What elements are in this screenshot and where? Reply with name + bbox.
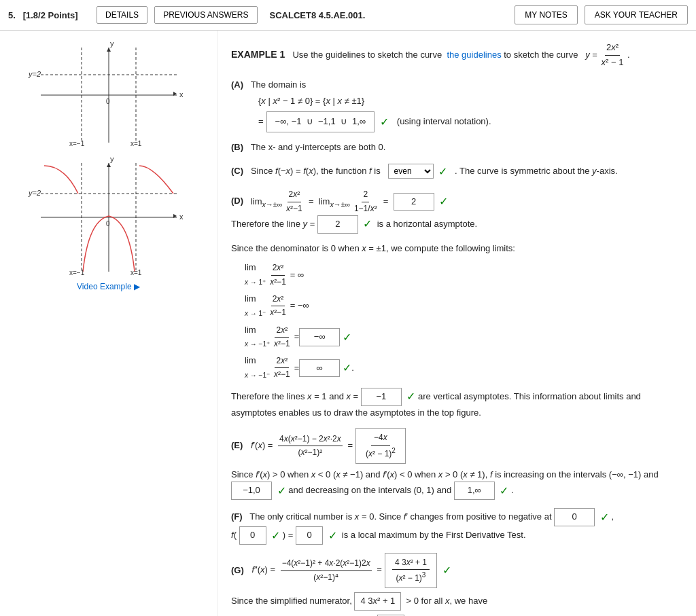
bottom-graph: y=2 x y x=−1 x=1 0 xyxy=(27,156,190,278)
left-panel: y=2 x y x=−1 x=1 0 xyxy=(0,31,218,616)
equals-sign: = xyxy=(258,115,264,129)
limit-3-box: −∞ xyxy=(299,328,340,346)
part-c-text-before: Since f(−x) = f(x), the function f is xyxy=(251,166,381,176)
vert-asymptote-section: Since the denominator is 0 when x = ±1, … xyxy=(231,242,682,420)
right-panel: EXAMPLE 1 Use the guidelines to sketch t… xyxy=(218,31,696,616)
main-content: y=2 x y x=−1 x=1 0 xyxy=(0,31,696,616)
check-f2: ✓ xyxy=(271,530,280,541)
svg-text:x=−1: x=−1 xyxy=(69,140,85,147)
fdprime-num: 4 3x² + 1 xyxy=(392,556,430,570)
limit-2-notation: limx → 1⁻ xyxy=(245,292,266,321)
f-equals: ) = xyxy=(283,530,296,540)
my-notes-button[interactable]: MY NOTES xyxy=(515,5,577,24)
fdprime-den: (x² − 1)3 xyxy=(394,570,429,585)
limits-section: limx → 1⁺ 2x² x²−1 = ∞ limx → 1⁻ 2x² x²−… xyxy=(245,261,682,382)
part-e-label: (E) xyxy=(231,439,243,453)
part-f: (F) The only critical number is x = 0. S… xyxy=(231,508,682,545)
limit-1-result: = ∞ xyxy=(290,268,304,283)
d-answer-box: 2 xyxy=(394,193,434,211)
part-b-text: The x- and y-intercepts are both 0. xyxy=(251,142,386,152)
svg-text:x: x xyxy=(179,90,184,98)
guidelines-link[interactable]: the guidelines xyxy=(447,50,501,60)
bottom-graph-svg: y=2 x y x=−1 x=1 0 xyxy=(27,156,190,278)
limit-line-3: limx → −1⁺ 2x² x²−1 = −∞ ✓ xyxy=(245,323,682,352)
example-intro: Use the guidelines to sketch the curve xyxy=(292,50,442,60)
svg-marker-19 xyxy=(107,163,111,167)
part-d-limit: limx→±∞ 2x² x²−1 = limx→±∞ 2 1−1/x² = xyxy=(251,196,394,206)
part-g: (G) f″(x) = −4(x²−1)² + 4x·2(x²−1)2x (x²… xyxy=(231,553,682,616)
part-e-text: Since f′(x) > 0 when x < 0 (x ≠ −1) and … xyxy=(231,468,682,501)
period: . xyxy=(351,361,354,376)
limit-line-1: limx → 1⁺ 2x² x²−1 = ∞ xyxy=(245,261,682,289)
part-e-line: (E) f′(x) = 4x(x²−1) − 2x²·2x (x²−1)² = … xyxy=(231,428,682,463)
prev-answers-button[interactable]: PREVIOUS ANSWERS xyxy=(154,6,257,24)
part-g-line: (G) f″(x) = −4(x²−1)² + 4x·2(x²−1)2x (x²… xyxy=(231,553,682,588)
even-odd-select[interactable]: even odd neither xyxy=(388,164,434,179)
increasing-box: −1,0 xyxy=(231,482,272,500)
part-a-text: The domain is xyxy=(251,79,307,90)
svg-text:y: y xyxy=(110,41,114,48)
f-value-box: 0 xyxy=(296,526,323,545)
x-answer-box: −1 xyxy=(361,388,402,406)
check-e2: ✓ xyxy=(500,485,508,496)
part-f-text: The only critical number is x = 0. Since… xyxy=(249,511,551,522)
vert-asymptote-conclusion: Therefore the lines x = 1 and x = −1 ✓ a… xyxy=(231,388,682,420)
limit-1-notation: limx → 1⁺ xyxy=(245,261,266,289)
notation-note: (using interval notation). xyxy=(397,115,491,129)
check-d2: ✓ xyxy=(363,218,372,230)
part-g-label: (G) xyxy=(231,564,244,578)
f-critical-box: 0 xyxy=(554,508,595,526)
top-graph: y=2 x y x=−1 x=1 0 xyxy=(27,41,190,149)
limit-4-notation: limx → −1⁻ xyxy=(245,354,270,382)
check-l3: ✓ xyxy=(343,329,351,346)
f-paren-label: f( xyxy=(231,530,237,540)
limit-4-equals: = xyxy=(294,361,300,376)
fdprime-result-box: 4 3x² + 1 (x² − 1)3 xyxy=(385,553,437,588)
part-a-label: (A) xyxy=(231,79,243,90)
vert-asymptote-intro: Since the denominator is 0 when x = ±1, … xyxy=(231,243,515,253)
check-d: ✓ xyxy=(439,196,448,207)
check-e1: ✓ xyxy=(277,485,286,496)
part-e: (E) f′(x) = 4x(x²−1) − 2x²·2x (x²−1)² = … xyxy=(231,428,682,500)
d-y-box: 2 xyxy=(317,215,358,234)
part-b: (B) The x- and y-intercepts are both 0. xyxy=(231,141,682,155)
svg-text:y=2: y=2 xyxy=(28,189,41,197)
part-c: (C) Since f(−x) = f(x), the function f i… xyxy=(231,163,682,181)
svg-text:x=1: x=1 xyxy=(130,140,142,147)
svg-text:0: 0 xyxy=(106,98,110,105)
check-c: ✓ xyxy=(438,166,447,177)
g-numerator-box: 4 3x² + 1 xyxy=(354,592,401,611)
part-d-text2: is a horizontal asymptote. xyxy=(375,219,477,229)
part-b-label: (B) xyxy=(231,142,243,152)
part-c-label: (C) xyxy=(231,166,243,176)
svg-text:y=2: y=2 xyxy=(28,70,41,78)
domain-interval-row: = −∞, −1 ∪ −1,1 ∪ 1,∞ ✓ (using interval … xyxy=(258,111,682,132)
video-link[interactable]: Video Example ▶ xyxy=(77,282,140,291)
limit-line-4: limx → −1⁻ 2x² x²−1 = ∞ ✓ . xyxy=(245,354,682,382)
fprime-expr: f′(x) = 4x(x²−1) − 2x²·2x (x²−1)² = xyxy=(251,433,353,459)
video-link-text: Video Example xyxy=(77,282,132,291)
part-c-text-after: . The curve is symmetric about the y-axi… xyxy=(455,166,618,176)
domain-interval-box: −∞, −1 ∪ −1,1 ∪ 1,∞ xyxy=(266,111,375,132)
svg-text:0: 0 xyxy=(106,220,110,228)
decreasing-box: 1,∞ xyxy=(454,482,495,500)
limit-3-equals: = xyxy=(294,330,300,344)
part-g-numerator-text: Since the simplified numerator, 4 3x² + … xyxy=(231,592,682,611)
svg-text:x: x xyxy=(179,213,184,221)
example-title: EXAMPLE 1 xyxy=(231,49,288,60)
domain-set-expr: {x | x² − 1 ≠ 0} = {x | x ≠ ±1} xyxy=(258,94,364,109)
part-d: (D) limx→±∞ 2x² x²−1 = limx→±∞ 2 1−1/x² … xyxy=(231,188,682,233)
part-f-text2: is a local maximum by the First Derivati… xyxy=(339,530,525,540)
svg-marker-6 xyxy=(107,48,111,52)
header-bar: 5. [1.8/2 Points] DETAILS PREVIOUS ANSWE… xyxy=(0,0,696,31)
scalcet-label: SCALCET8 4.5.AE.001. xyxy=(270,10,508,20)
details-button[interactable]: DETAILS xyxy=(97,6,147,24)
top-graph-svg: y=2 x y x=−1 x=1 0 xyxy=(27,41,190,149)
domain-set: {x | x² − 1 ≠ 0} = {x | x ≠ ±1} xyxy=(258,94,682,109)
play-icon: ▶ xyxy=(134,282,140,291)
svg-text:y: y xyxy=(110,156,114,163)
svg-text:x=1: x=1 xyxy=(130,269,142,276)
ask-teacher-button[interactable]: ASK YOUR TEACHER xyxy=(585,5,688,24)
fprime-result-box: −4x (x² − 1)2 xyxy=(355,428,406,463)
f-input-box: 0 xyxy=(239,526,266,545)
